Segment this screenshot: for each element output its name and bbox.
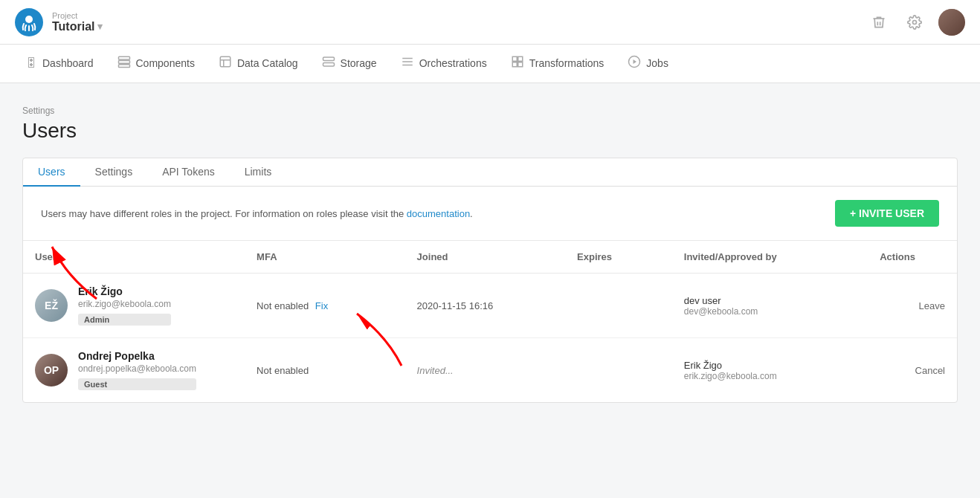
dropdown-icon: ▾	[97, 21, 103, 32]
svg-point-1	[913, 20, 917, 24]
page-title: Users	[22, 119, 958, 143]
topbar: Project Tutorial ▾	[0, 0, 980, 45]
user-cell-ondrej: OP Ondrej Popelka ondrej.popelka@keboola…	[23, 338, 245, 403]
leave-button[interactable]: Leave	[919, 300, 945, 311]
user-cell-erik: EŽ Erik Žigo erik.zigo@keboola.com Admin	[23, 274, 245, 338]
nav-item-dashboard[interactable]: 🎛 Dashboard	[15, 45, 104, 83]
mfa-cell-ondrej: Not enabled	[245, 338, 405, 403]
users-table: User MFA Joined Expires Invited/Approved…	[23, 241, 957, 402]
breadcrumb: Settings	[22, 106, 958, 116]
col-header-expires: Expires	[565, 241, 672, 274]
project-name[interactable]: Tutorial ▾	[52, 20, 103, 33]
invite-user-button[interactable]: + INVITE USER	[835, 200, 939, 227]
tab-api-tokens[interactable]: API Tokens	[147, 158, 230, 187]
joined-cell-ondrej: Invited...	[405, 338, 566, 403]
col-header-user: User	[23, 241, 245, 274]
orchestrations-icon	[401, 55, 414, 71]
project-label: Project	[52, 11, 103, 20]
badge-guest: Guest	[78, 378, 196, 390]
approver-cell-erik: dev user dev@keboola.com	[672, 274, 868, 338]
avatar-ondrej: OP	[35, 354, 68, 387]
storage-icon	[322, 55, 335, 71]
user-email-ondrej: ondrej.popelka@keboola.com	[78, 363, 196, 374]
table-body: EŽ Erik Žigo erik.zigo@keboola.com Admin…	[23, 274, 957, 403]
nav-item-orchestrations[interactable]: Orchestrations	[390, 45, 497, 83]
svg-rect-14	[518, 56, 522, 61]
joined-cell-erik: 2020-11-15 16:16	[405, 274, 566, 338]
nav-item-components[interactable]: Components	[107, 45, 205, 83]
cancel-button[interactable]: Cancel	[915, 365, 945, 376]
table-row: EŽ Erik Žigo erik.zigo@keboola.com Admin…	[23, 274, 957, 338]
navbar: 🎛 Dashboard Components Data Catalog	[0, 45, 980, 83]
badge-admin: Admin	[78, 314, 171, 326]
transformations-icon	[511, 55, 524, 71]
user-info-ondrej: Ondrej Popelka ondrej.popelka@keboola.co…	[78, 350, 196, 390]
info-text: Users may have different roles in the pr…	[41, 208, 473, 219]
approver-cell-ondrej: Erik Žigo erik.zigo@keboola.com	[672, 338, 868, 403]
app-logo	[15, 8, 43, 36]
action-cell-erik: Leave	[868, 274, 957, 338]
svg-rect-13	[512, 56, 517, 61]
svg-rect-2	[118, 56, 129, 59]
dashboard-icon: 🎛	[25, 56, 37, 70]
col-header-actions: Actions	[868, 241, 957, 274]
project-info: Project Tutorial ▾	[52, 11, 103, 33]
users-card: Users Settings API Tokens Limits Users m…	[22, 158, 958, 403]
nav-item-storage[interactable]: Storage	[312, 45, 387, 83]
avatar-erik: EŽ	[35, 289, 68, 322]
svg-rect-4	[118, 64, 129, 67]
mfa-cell-erik: Not enabled Fix	[245, 274, 405, 338]
jobs-icon	[628, 55, 641, 71]
table-header: User MFA Joined Expires Invited/Approved…	[23, 241, 957, 274]
settings-icon[interactable]	[903, 10, 926, 34]
tab-limits[interactable]: Limits	[230, 158, 287, 187]
nav-item-transformations[interactable]: Transformations	[500, 45, 615, 83]
main-content: Settings Users Users Settings API Tokens…	[0, 83, 980, 425]
user-avatar[interactable]	[938, 9, 965, 36]
tab-users[interactable]: Users	[23, 158, 80, 187]
documentation-link[interactable]: documentation	[407, 208, 470, 219]
fix-link-erik[interactable]: Fix	[315, 300, 328, 311]
table-row: OP Ondrej Popelka ondrej.popelka@keboola…	[23, 338, 957, 403]
svg-rect-16	[518, 62, 522, 66]
col-header-joined: Joined	[405, 241, 566, 274]
nav-item-jobs[interactable]: Jobs	[617, 45, 679, 83]
components-icon	[117, 55, 131, 71]
user-info-erik: Erik Žigo erik.zigo@keboola.com Admin	[78, 285, 171, 326]
topbar-left: Project Tutorial ▾	[15, 8, 103, 36]
col-header-invited: Invited/Approved by	[672, 241, 868, 274]
tabs: Users Settings API Tokens Limits	[23, 158, 957, 187]
svg-rect-3	[118, 60, 129, 63]
col-header-mfa: MFA	[245, 241, 405, 274]
nav-item-data-catalog[interactable]: Data Catalog	[208, 45, 309, 83]
info-bar: Users may have different roles in the pr…	[23, 187, 957, 241]
user-email-erik: erik.zigo@keboola.com	[78, 299, 171, 309]
tab-settings[interactable]: Settings	[80, 158, 148, 187]
trash-icon[interactable]	[867, 10, 891, 34]
action-cell-ondrej: Cancel	[868, 338, 957, 403]
expires-cell-ondrej	[565, 338, 672, 403]
svg-rect-15	[512, 62, 517, 66]
topbar-right	[867, 9, 965, 36]
data-catalog-icon	[219, 55, 232, 71]
svg-marker-18	[634, 59, 637, 64]
svg-rect-9	[323, 62, 334, 66]
svg-rect-5	[220, 56, 231, 67]
user-name-erik: Erik Žigo	[78, 285, 171, 297]
expires-cell-erik	[565, 274, 672, 338]
user-name-ondrej: Ondrej Popelka	[78, 350, 196, 362]
svg-point-0	[25, 16, 33, 23]
svg-rect-8	[323, 57, 334, 61]
